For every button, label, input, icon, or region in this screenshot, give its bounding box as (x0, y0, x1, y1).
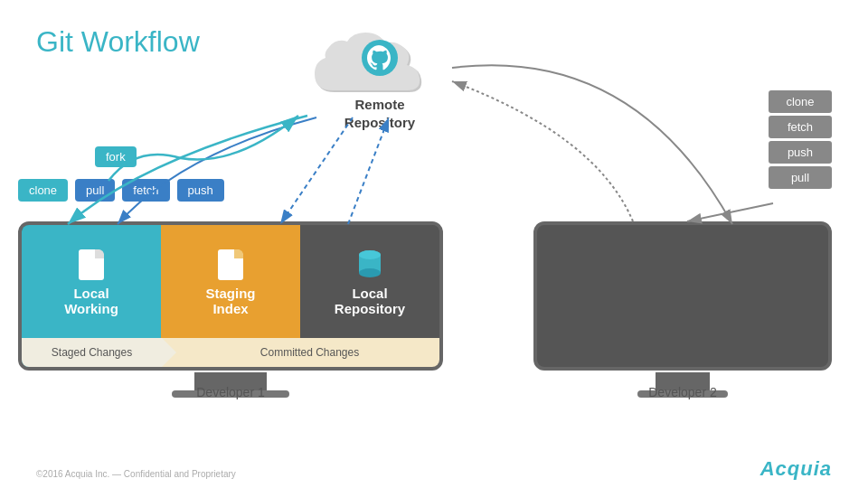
bottom-bar: Staged Changes Committed Changes (22, 338, 439, 367)
svg-line-11 (687, 203, 773, 221)
svg-point-3 (359, 268, 381, 277)
db-icon (356, 249, 383, 280)
page-title: Git Workflow (36, 25, 200, 59)
right-commands: clone fetch push pull (769, 90, 832, 189)
monitor2: Developer 2 (533, 221, 832, 398)
copyright-footer: ©2016 Acquia Inc. — Confidential and Pro… (36, 469, 236, 479)
right-push-command: push (769, 141, 832, 164)
monitor1-screen: Local Working Staging Index Local Reposi… (18, 221, 443, 371)
dev1-label: Developer 1 (196, 385, 265, 399)
top-commands: clone pull fetch push (18, 179, 224, 202)
acquia-logo: Acquia (760, 457, 832, 481)
doc-icon-staging (218, 249, 243, 280)
svg-point-4 (359, 250, 381, 259)
github-icon (360, 38, 400, 81)
doc-icon-local (79, 249, 104, 280)
push-command: push (177, 179, 224, 202)
right-fetch-command: fetch (769, 116, 832, 138)
remote-repo-label: Remote Repository (289, 96, 470, 131)
monitor2-screen (533, 221, 832, 371)
fork-button: fork (95, 146, 137, 167)
staged-changes-label: Staged Changes (22, 338, 162, 367)
dev2-label: Developer 2 (648, 385, 717, 399)
remote-repo-container: Remote Repository (289, 27, 470, 147)
monitor1: Local Working Staging Index Local Reposi… (18, 221, 443, 398)
fetch-command: fetch (122, 179, 169, 202)
committed-changes-label: Committed Changes (162, 338, 439, 367)
clone-command: clone (18, 179, 68, 202)
pull-command: pull (75, 179, 115, 202)
right-pull-command: pull (769, 166, 832, 189)
right-clone-command: clone (769, 90, 832, 113)
